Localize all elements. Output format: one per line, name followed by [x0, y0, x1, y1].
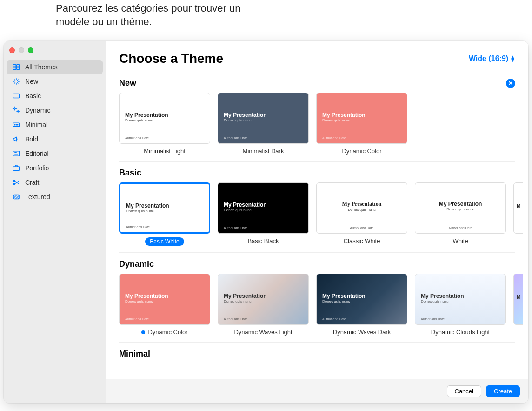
cancel-button[interactable]: Cancel — [447, 385, 481, 397]
sidebar-item-dynamic[interactable]: Dynamic — [7, 103, 103, 117]
sidebar-item-minimal[interactable]: Minimal — [7, 118, 103, 132]
theme-item-dynamic-waves-light[interactable]: My PresentationDonec quis nuncAuthor and… — [218, 274, 309, 336]
theme-thumbnail: My PresentationDonec quis nuncAuthor and… — [316, 182, 407, 234]
preview-subtitle: Donec quis nunc — [125, 299, 168, 303]
theme-thumbnail: My PresentationDonec quis nuncAuthor and… — [218, 274, 309, 325]
svg-rect-12 — [13, 167, 20, 170]
close-window-button[interactable] — [9, 47, 15, 53]
section-title: Minimal — [119, 349, 150, 359]
theme-item-dynamic-color[interactable]: My PresentationDonec quis nuncAuthor and… — [119, 274, 210, 336]
theme-label: Dynamic Color — [316, 148, 407, 155]
preview-author: Author and Date — [224, 136, 247, 140]
theme-thumbnail: My PresentationDonec quis nuncAuthor and… — [415, 274, 506, 325]
dismiss-section-button[interactable]: ✕ — [506, 79, 515, 88]
sidebar-item-label: Editorial — [25, 150, 49, 157]
preview-title: My Presentation — [322, 112, 366, 118]
create-button[interactable]: Create — [486, 385, 520, 397]
preview-author: Author and Date — [322, 317, 346, 321]
theme-thumbnail: My PresentationDonec quis nuncAuthor and… — [119, 93, 210, 144]
sidebar-item-all-themes[interactable]: All Themes — [7, 60, 103, 74]
scissors-icon — [12, 178, 20, 187]
preview-subtitle: Donec quis nunc — [224, 118, 267, 122]
theme-row — [119, 364, 515, 370]
theme-item-classic-white[interactable]: My PresentationDonec quis nuncAuthor and… — [316, 182, 407, 246]
theme-section-dynamic: DynamicMy PresentationDonec quis nuncAut… — [119, 259, 515, 343]
theme-row: My PresentationDonec quis nuncAuthor and… — [119, 93, 515, 162]
theme-label: Dynamic Waves Light — [218, 329, 309, 336]
megaphone-icon — [12, 135, 20, 143]
sidebar-item-craft[interactable]: Craft — [7, 175, 103, 189]
theme-item-minimalist-light[interactable]: My PresentationDonec quis nuncAuthor and… — [119, 93, 210, 155]
preview-subtitle: Donec quis nunc — [317, 208, 407, 212]
sidebar-item-textured[interactable]: Textured — [7, 190, 103, 204]
preview-author: Author and Date — [322, 136, 346, 140]
aspect-ratio-label: Wide (16:9) — [469, 54, 508, 63]
preview-subtitle: Donec quis nunc — [421, 299, 464, 303]
section-title: Dynamic — [119, 259, 154, 269]
svg-rect-4 — [13, 94, 20, 98]
preview-title: My Presentation — [126, 202, 169, 209]
theme-label: Dynamic Color — [119, 329, 210, 336]
preview-author: Author and Date — [125, 136, 149, 140]
sidebar-item-label: Craft — [25, 179, 39, 186]
svg-rect-1 — [17, 65, 20, 67]
preview-title: My Presentation — [415, 201, 505, 207]
preview-title: My Presentation — [125, 293, 168, 299]
preview-subtitle: Donec quis nunc — [322, 118, 366, 122]
sidebar-item-label: Textured — [25, 193, 50, 201]
zoom-window-button[interactable] — [28, 47, 33, 53]
theme-item-white[interactable]: My PresentationDonec quis nuncAuthor and… — [415, 182, 506, 246]
svg-point-14 — [13, 183, 15, 185]
preview-author: Author and Date — [415, 226, 505, 229]
main-scroll[interactable]: Choose a Theme Wide (16:9) ▲▼ New✕My Pre… — [106, 41, 528, 379]
window-controls — [4, 46, 106, 60]
theme-thumbnail: My PresentationDonec quis nuncAuthor and… — [316, 274, 407, 325]
texture-icon — [12, 193, 20, 201]
sidebar-item-label: All Themes — [25, 63, 58, 71]
sidebar-item-basic[interactable]: Basic — [7, 89, 103, 103]
sidebar-item-label: Portfolio — [25, 164, 49, 172]
theme-item-dynamic-waves-dark[interactable]: My PresentationDonec quis nuncAuthor and… — [316, 274, 407, 336]
preview-author: Author and Date — [421, 317, 445, 321]
theme-row: My PresentationDonec quis nuncAuthor and… — [119, 182, 515, 253]
sidebar-item-label: Dynamic — [25, 107, 50, 114]
theme-label: Minimalist Dark — [218, 148, 309, 155]
sidebar-item-label: Basic — [25, 92, 41, 100]
theme-item-basic-black[interactable]: My PresentationDonec quis nuncAuthor and… — [218, 182, 309, 246]
theme-label: Dynamic Waves Dark — [316, 329, 407, 336]
theme-section-minimal: Minimal — [119, 349, 515, 370]
preview-title: My Presentation — [224, 202, 267, 208]
page-title: Choose a Theme — [119, 51, 223, 66]
sidebar: All ThemesNewBasicDynamicMinimalBoldEdit… — [4, 41, 106, 403]
aspect-ratio-select[interactable]: Wide (16:9) ▲▼ — [469, 54, 515, 63]
preview-subtitle: Donec quis nunc — [125, 118, 168, 122]
sidebar-item-bold[interactable]: Bold — [7, 132, 103, 146]
sidebar-item-editorial[interactable]: Editorial — [7, 147, 103, 161]
preview-title: My Presentation — [421, 293, 464, 299]
sidebar-item-new[interactable]: New — [7, 74, 103, 88]
minimize-window-button[interactable] — [19, 47, 24, 53]
theme-thumbnail-overflow: M — [513, 274, 523, 325]
stars-icon — [12, 106, 20, 115]
sidebar-item-label: Minimal — [25, 121, 47, 128]
theme-thumbnail-overflow: M — [513, 182, 523, 234]
preview-subtitle: Donec quis nunc — [224, 299, 267, 303]
theme-chooser-window: All ThemesNewBasicDynamicMinimalBoldEdit… — [4, 41, 528, 403]
theme-item-dynamic-clouds-light[interactable]: My PresentationDonec quis nuncAuthor and… — [415, 274, 506, 336]
theme-item-dynamic-color[interactable]: My PresentationDonec quis nuncAuthor and… — [316, 93, 407, 155]
preview-subtitle: Donec quis nunc — [224, 208, 267, 212]
footer-bar: Cancel Create — [106, 379, 528, 403]
theme-thumbnail: My PresentationDonec quis nuncAuthor and… — [316, 93, 407, 144]
preview-subtitle: Donec quis nunc — [322, 299, 366, 303]
preview-subtitle: Donec quis nunc — [126, 209, 169, 213]
section-title: Basic — [119, 168, 141, 178]
preview-author: Author and Date — [317, 226, 407, 229]
theme-item-basic-white[interactable]: My PresentationDonec quis nuncAuthor and… — [119, 182, 210, 246]
theme-item-minimalist-dark[interactable]: My PresentationDonec quis nuncAuthor and… — [218, 93, 309, 155]
theme-label: White — [415, 237, 506, 244]
sidebar-item-portfolio[interactable]: Portfolio — [7, 161, 103, 175]
theme-label: Basic White — [119, 237, 210, 246]
preview-title: My Presentation — [125, 112, 168, 118]
grid-icon — [12, 63, 20, 71]
preview-title: My Presentation — [322, 293, 366, 299]
